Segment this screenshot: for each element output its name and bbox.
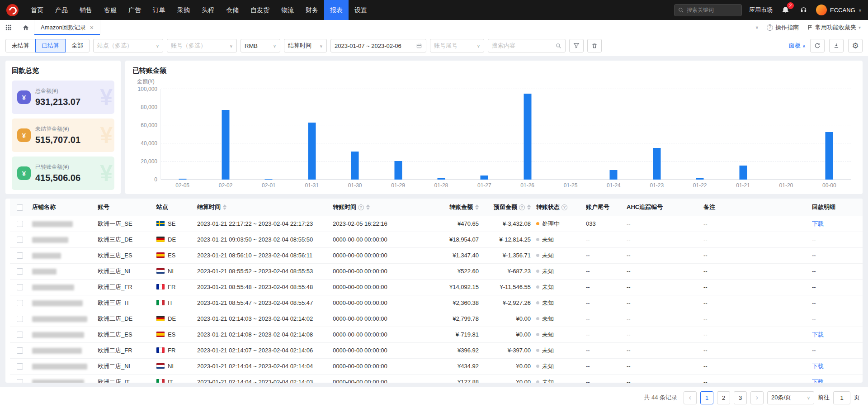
sort-icon[interactable] [527,204,531,210]
download-link[interactable]: 下载 [812,220,824,227]
chart-bar[interactable] [739,166,747,180]
menu-item-产品[interactable]: 产品 [49,0,74,20]
segment-button[interactable]: 全部 [65,39,90,52]
row-checkbox[interactable] [17,268,23,275]
download-button[interactable] [829,39,844,52]
chart-bar[interactable] [351,152,359,180]
page-size-select[interactable]: 20条/页 ∨ [767,391,814,404]
page-button-1[interactable]: 1 [700,391,713,404]
redacted-store-name [32,221,73,227]
menu-item-广告[interactable]: 广告 [123,0,147,20]
menu-item-财务[interactable]: 财务 [300,0,324,20]
tail-select[interactable]: 账号尾号 ∨ [430,39,484,52]
clear-filter-button[interactable] [587,39,602,52]
row-checkbox[interactable] [17,252,23,259]
menu-item-设置[interactable]: 设置 [349,0,373,20]
column-header[interactable]: 转账时间? [330,199,427,216]
row-checkbox[interactable] [17,332,23,338]
column-header[interactable]: 预留金额? [481,199,533,216]
settle-period-cell: 2023-01-21 02:14:08 ~ 2023-02-04 02:14:0… [194,327,330,342]
notification-bell-icon[interactable]: 2 [780,5,791,15]
detail-cell: 下载 [809,216,863,232]
sort-icon[interactable] [475,204,479,210]
summary-card-value: 931,213.07 [35,97,80,107]
menu-item-订单[interactable]: 订单 [147,0,171,20]
home-icon[interactable] [17,20,34,35]
chart-bar[interactable] [394,161,402,180]
menu-item-仓储[interactable]: 仓储 [220,0,245,20]
panel-toggle[interactable]: 面板 ∧ [789,42,806,50]
chart-bar[interactable] [179,179,186,180]
support-headset-icon[interactable] [798,5,809,15]
settle-period-cell: 2023-01-21 02:14:07 ~ 2023-02-04 02:14:0… [194,342,330,358]
logo[interactable] [6,4,19,16]
content-search-input[interactable]: 搜索内容 [488,39,566,52]
site-select[interactable]: 站点（多选） ∨ [93,39,163,52]
chart-bar[interactable] [524,94,531,180]
menu-item-客服[interactable]: 客服 [98,0,123,20]
detail-empty: -- [812,284,816,290]
segment-button[interactable]: 未结算 [5,39,36,52]
chart-bar[interactable] [481,176,488,180]
menu-item-采购[interactable]: 采购 [171,0,196,20]
menu-item-物流[interactable]: 物流 [275,0,300,20]
chart-bar[interactable] [308,123,316,180]
column-label: 备注 [703,204,715,210]
menu-item-销售[interactable]: 销售 [74,0,98,20]
favorites-link[interactable]: 常用功能收藏夹 ▾ [807,24,861,32]
chart-bar[interactable] [222,110,230,180]
apps-grid-icon[interactable] [0,20,17,35]
status-dot [536,285,539,289]
guide-link[interactable]: ? 操作指南 [767,24,799,32]
page-button-3[interactable]: 3 [734,391,747,404]
table-row: 欧洲二店_FRFR2023-01-21 02:14:07 ~ 2023-02-0… [10,342,863,358]
tabs-dropdown-icon[interactable]: ∨ [755,25,759,30]
column-header[interactable]: 转账金额 [427,199,481,216]
site-code: NL [168,363,175,370]
menu-item-首页[interactable]: 首页 [25,0,49,20]
page-button-2[interactable]: 2 [717,391,730,404]
next-page-button[interactable]: › [750,391,764,404]
chart-bar[interactable] [696,178,704,180]
download-link[interactable]: 下载 [812,363,824,370]
date-range-input[interactable]: 2023-01-07 ~ 2023-02-06 [330,39,426,52]
menu-item-报表[interactable]: 报表 [324,0,349,20]
chart-bar[interactable] [265,179,273,180]
settings-gear-button[interactable]: ⚙ [848,39,863,52]
select-all-checkbox[interactable] [17,204,23,211]
row-checkbox[interactable] [17,300,23,306]
sort-icon[interactable] [223,204,226,210]
chart-bar[interactable] [653,148,660,180]
segment-button[interactable]: 已结算 [35,39,66,52]
row-checkbox[interactable] [17,316,23,322]
site-select-placeholder: 站点（多选） [97,42,132,50]
row-checkbox[interactable] [17,284,23,290]
goto-page-input[interactable] [833,391,850,404]
account-select[interactable]: 账号（多选） ∨ [167,39,237,52]
tab-amazon-payment-records[interactable]: Amazon回款记录 × [34,20,100,35]
refresh-button[interactable] [810,39,825,52]
filter-funnel-button[interactable] [569,39,584,52]
chart-bar[interactable] [437,178,445,180]
account-menu[interactable]: ECCANG ∨ [816,5,862,15]
row-checkbox[interactable] [17,363,23,370]
close-icon[interactable]: × [90,24,94,31]
global-search-input[interactable]: 搜索关键词 [674,4,742,16]
chart-bar[interactable] [610,170,618,180]
download-link[interactable]: 下载 [812,379,824,383]
prev-page-button[interactable]: ‹ [684,391,697,404]
time-type-select[interactable]: 结算时间 ∨ [284,39,327,52]
row-checkbox[interactable] [17,237,23,243]
download-link[interactable]: 下载 [812,331,824,338]
sort-icon[interactable] [366,204,370,210]
app-market-link[interactable]: 应用市场 [749,6,773,14]
column-header[interactable]: 结算时间 [194,199,330,216]
menu-item-自发货[interactable]: 自发货 [245,0,275,20]
chart-bar[interactable] [826,132,833,180]
row-checkbox[interactable] [17,379,23,383]
menu-item-头程[interactable]: 头程 [196,0,220,20]
row-checkbox[interactable] [17,221,23,227]
ahc-cell: -- [624,232,701,247]
currency-select[interactable]: RMB ∨ [241,39,280,52]
row-checkbox[interactable] [17,347,23,354]
